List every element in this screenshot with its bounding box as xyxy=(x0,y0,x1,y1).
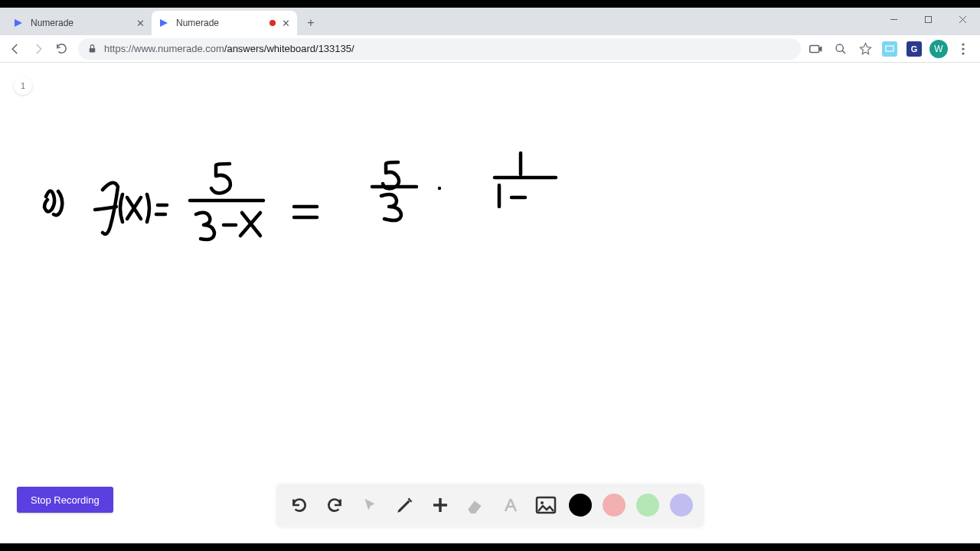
close-window-button[interactable] xyxy=(946,8,980,31)
url-path: /answers/whiteboard/133135/ xyxy=(224,43,354,54)
tab-title: Numerade xyxy=(176,18,270,28)
eraser-tool[interactable] xyxy=(463,493,488,517)
svg-point-10 xyxy=(962,47,964,50)
close-tab-icon[interactable]: ✕ xyxy=(135,18,145,28)
search-icon[interactable] xyxy=(831,40,850,58)
undo-button[interactable] xyxy=(287,493,312,517)
profile-avatar[interactable]: W xyxy=(929,40,948,58)
color-pink[interactable] xyxy=(603,494,626,517)
address-bar[interactable]: https://www.numerade.com/answers/whitebo… xyxy=(78,38,801,60)
extension-screencast-icon[interactable] xyxy=(880,40,899,58)
pen-tool[interactable] xyxy=(393,493,417,517)
redo-button[interactable] xyxy=(322,493,347,517)
favicon-numerade xyxy=(12,17,24,29)
svg-point-11 xyxy=(962,52,964,54)
kebab-menu-icon[interactable] xyxy=(954,40,972,58)
new-tab-button[interactable]: + xyxy=(300,12,322,34)
tab-strip: Numerade ✕ Numerade ✕ + xyxy=(0,8,980,35)
back-button[interactable] xyxy=(5,38,26,60)
svg-rect-1 xyxy=(926,16,932,22)
tab-numerade-1[interactable]: Numerade ✕ xyxy=(6,11,152,35)
svg-rect-5 xyxy=(810,45,819,52)
svg-point-6 xyxy=(836,44,843,51)
add-tool[interactable] xyxy=(428,493,452,517)
image-tool[interactable] xyxy=(534,493,558,517)
svg-rect-4 xyxy=(90,47,96,51)
window-controls xyxy=(877,8,980,35)
color-purple[interactable] xyxy=(670,494,693,517)
color-green[interactable] xyxy=(636,494,659,517)
svg-line-7 xyxy=(842,51,845,54)
stop-recording-button[interactable]: Stop Recording xyxy=(17,487,113,513)
minimize-button[interactable] xyxy=(877,8,911,31)
url-text: https://www.numerade.com/answers/whitebo… xyxy=(104,43,354,54)
handwriting-canvas xyxy=(0,63,980,543)
reload-button[interactable] xyxy=(51,38,72,60)
forward-button[interactable] xyxy=(28,38,49,60)
toolbar-right-icons: G W xyxy=(807,40,975,58)
bookmark-star-icon[interactable] xyxy=(856,40,874,58)
svg-rect-8 xyxy=(886,46,893,51)
favicon-numerade xyxy=(158,17,170,29)
url-host: https://www.numerade.com xyxy=(104,43,224,54)
tab-numerade-2[interactable]: Numerade ✕ xyxy=(152,11,297,35)
pointer-tool[interactable] xyxy=(358,493,382,517)
media-icon[interactable] xyxy=(807,40,825,58)
svg-point-12 xyxy=(438,187,441,190)
tool-tray xyxy=(276,484,704,527)
svg-point-16 xyxy=(541,501,544,504)
maximize-button[interactable] xyxy=(911,8,946,31)
extension-grammarly-icon[interactable]: G xyxy=(905,40,923,58)
tab-title: Numerade xyxy=(31,18,135,28)
window-top-border xyxy=(0,0,980,8)
browser-toolbar: https://www.numerade.com/answers/whitebo… xyxy=(0,35,980,63)
svg-point-9 xyxy=(962,43,964,45)
lock-icon xyxy=(87,44,98,54)
text-tool[interactable] xyxy=(498,493,523,517)
close-tab-icon[interactable]: ✕ xyxy=(280,18,291,28)
color-black[interactable] xyxy=(569,494,592,517)
recording-indicator-icon xyxy=(270,20,276,26)
browser-window: Numerade ✕ Numerade ✕ + https://www.nume… xyxy=(0,8,980,543)
whiteboard-area[interactable]: 1 xyxy=(0,63,980,543)
